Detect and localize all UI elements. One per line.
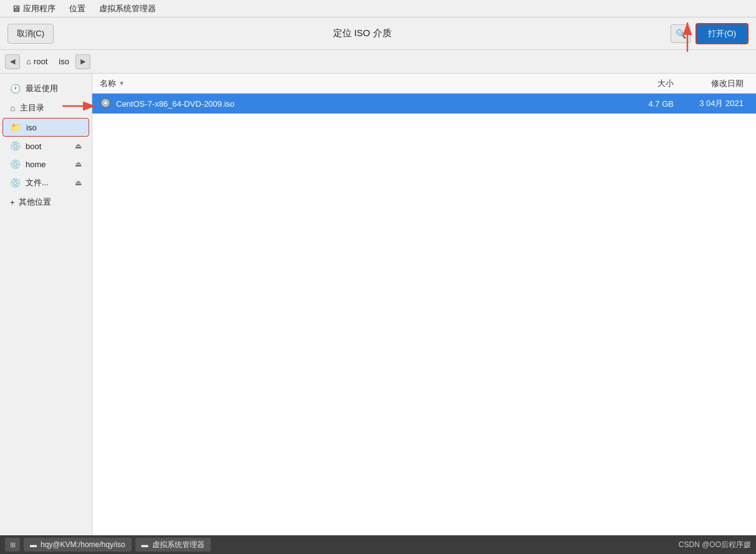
sidebar-home-label: 主目录 [20,102,44,114]
disc-icon-home: 💿 [10,159,21,169]
terminal-icon: ▬ [30,541,37,548]
app-menu-icon[interactable]: 🖥 应用程序 [5,2,62,16]
sidebar-item-files-left: 💿 文件... [10,177,49,188]
plus-icon: + [10,198,15,207]
taskbar-vm-manager[interactable]: ▬ 虚拟系统管理器 [135,538,211,552]
terminal-label: hqy@KVM:/home/hqy/iso [41,540,125,549]
file-list-header: 名称 ▼ 大小 修改日期 [92,74,756,94]
file-dialog: 取消(C) 定位 ISO 介质 🔍 打开(O) ◀ ⌂ root iso ▶ 🕐 [0,17,756,535]
home-icon: ⌂ [26,57,31,66]
folder-icon: 📁 [11,122,21,132]
menubar: 🖥 应用程序 位置 虚拟系统管理器 [0,0,756,17]
sidebar-item-boot-left: 💿 boot [10,141,41,151]
dialog-header: 取消(C) 定位 ISO 介质 🔍 打开(O) [0,17,756,50]
sidebar-item-recent-left: 🕐 最近使用 [10,83,58,94]
sidebar-item-home-left: ⌂ 主目录 [10,102,44,114]
home-icon: ⌂ [10,103,15,113]
file-date: 3 04月 2021 [674,98,749,109]
file-size: 4.7 GB [624,99,674,109]
sidebar-item-files[interactable]: 💿 文件... ⏏ [2,173,89,192]
sidebar-item-iso[interactable]: 📁 iso [2,118,89,137]
sidebar-item-home2-left: 💿 home [10,159,46,169]
sidebar-item-recent[interactable]: 🕐 最近使用 [2,79,89,98]
breadcrumb-back-button[interactable]: ◀ [5,54,20,69]
sidebar-item-other-locations[interactable]: + 其他位置 [2,193,89,211]
column-date[interactable]: 修改日期 [674,78,749,89]
open-button[interactable]: 打开(O) [695,23,749,44]
dialog-title: 定位 ISO 介质 [54,27,671,39]
taskbar-icon: ⊞ [10,541,16,549]
clock-icon: 🕐 [10,84,21,94]
sidebar-item-iso-left: 📁 iso [11,122,37,132]
taskbar: ⊞ ▬ hqy@KVM:/home/hqy/iso ▬ 虚拟系统管理器 CSDN… [0,535,756,554]
file-icon-wrap [100,97,111,110]
column-size[interactable]: 大小 [624,78,674,89]
sidebar-home2-label: home [26,160,46,169]
desktop-icon: 🖥 [11,3,21,14]
breadcrumb-root-label: root [34,57,47,66]
sidebar-recent-label: 最近使用 [26,83,58,94]
location-menu[interactable]: 位置 [63,2,92,16]
breadcrumb-forward-button[interactable]: ▶ [75,54,90,69]
chevron-left-icon: ◀ [10,57,15,66]
vm-icon: ▬ [142,541,148,548]
eject-icon-home[interactable]: ⏏ [75,160,82,168]
chevron-right-icon: ▶ [80,57,85,66]
vm-manager-menu[interactable]: 虚拟系统管理器 [93,2,162,16]
column-name[interactable]: 名称 ▼ [100,78,624,89]
taskbar-watermark: CSDN @OO后程序媛 [679,540,751,550]
search-icon: 🔍 [676,29,686,39]
taskbar-icon-button[interactable]: ⊞ [5,538,20,552]
file-area: 名称 ▼ 大小 修改日期 CentOS-7-x86_64-DVD-2009.is… [92,74,756,535]
sidebar-item-home[interactable]: ⌂ 主目录 [2,99,89,117]
sidebar-boot-label: boot [26,142,41,151]
header-right: 🔍 打开(O) [671,23,749,44]
other-locations-label: 其他位置 [19,197,51,208]
vm-label: 虚拟系统管理器 [152,540,205,550]
column-name-label: 名称 [100,78,116,89]
sidebar-files-label: 文件... [26,177,49,188]
breadcrumb-bar: ◀ ⌂ root iso ▶ [0,50,756,74]
file-list: CentOS-7-x86_64-DVD-2009.iso 4.7 GB 3 04… [92,94,756,535]
disc-icon-files: 💿 [10,178,21,188]
sidebar-iso-label: iso [26,123,37,132]
sidebar-item-boot[interactable]: 💿 boot ⏏ [2,137,89,155]
file-name: CentOS-7-x86_64-DVD-2009.iso [116,99,624,109]
file-row[interactable]: CentOS-7-x86_64-DVD-2009.iso 4.7 GB 3 04… [92,94,756,114]
disc-icon-boot: 💿 [10,141,21,151]
content-area: 🕐 最近使用 ⌂ 主目录 📁 iso 💿 boot [0,74,756,535]
cancel-button[interactable]: 取消(C) [7,24,54,44]
sidebar: 🕐 最近使用 ⌂ 主目录 📁 iso 💿 boot [0,74,92,535]
app-menu-label[interactable]: 应用程序 [23,3,56,14]
iso-disc-icon [100,97,111,109]
breadcrumb-root[interactable]: ⌂ root [21,55,52,68]
taskbar-terminal[interactable]: ▬ hqy@KVM:/home/hqy/iso [24,538,132,552]
sort-indicator: ▼ [119,80,125,87]
search-button[interactable]: 🔍 [671,24,691,43]
eject-icon-files[interactable]: ⏏ [75,178,82,187]
eject-icon-boot[interactable]: ⏏ [75,142,82,150]
sidebar-item-home2[interactable]: 💿 home ⏏ [2,155,89,173]
breadcrumb-iso[interactable]: iso [54,55,74,68]
